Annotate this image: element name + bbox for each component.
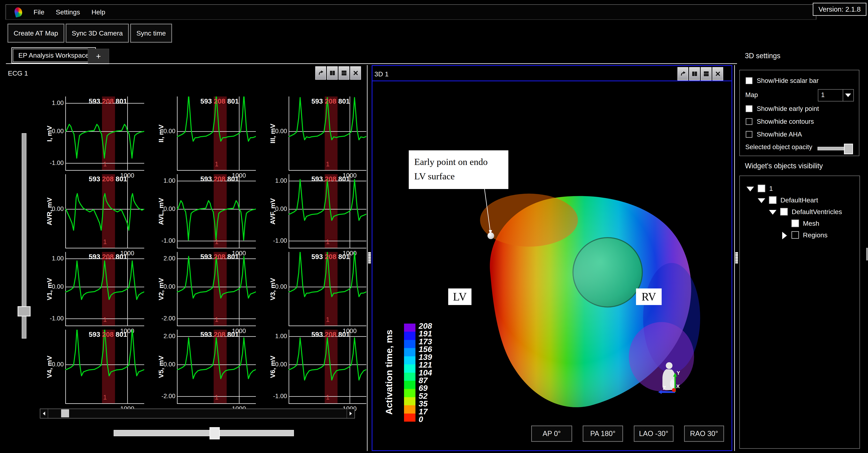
- axis-x-label: X: [676, 383, 680, 389]
- ecg-close-button[interactable]: [350, 66, 361, 80]
- close-icon: [352, 70, 359, 76]
- opacity-label: Selected object opacity: [745, 143, 812, 151]
- chevron-down-icon: [845, 93, 851, 97]
- y-tick-label: 0.00: [269, 128, 287, 135]
- ecg-time-slider-track[interactable]: [114, 430, 294, 436]
- ecg-scrollbar-thumb[interactable]: [61, 410, 69, 417]
- cursor-end: 801: [338, 175, 350, 183]
- checkbox-label: Show/hide early point: [757, 105, 819, 113]
- y-tick-label: 0.00: [269, 283, 287, 290]
- menu-item-help[interactable]: Help: [92, 8, 105, 16]
- tree-checkbox-regions[interactable]: [792, 231, 799, 239]
- cursor-values: 593 208 801: [89, 97, 127, 105]
- viewer3d-title: 3D 1: [374, 70, 389, 78]
- panel-splitter-grip[interactable]: [368, 252, 371, 264]
- view-button-ap0[interactable]: AP 0°: [531, 426, 572, 442]
- view-button-pa180[interactable]: PA 180°: [583, 426, 623, 442]
- viewer3d-split-columns-button[interactable]: [689, 67, 700, 81]
- scroll-right-button[interactable]: [347, 409, 354, 418]
- y-tick-label: -2.00: [158, 393, 175, 400]
- ecg-trace: [177, 330, 256, 404]
- beat-marker: 1: [103, 160, 107, 168]
- checkbox-show-hide-aha[interactable]: [746, 131, 752, 138]
- beat-marker: 1: [103, 238, 107, 246]
- map-dropdown[interactable]: 1: [818, 89, 854, 101]
- add-tab-button[interactable]: +: [88, 49, 109, 64]
- y-tick-label: 0.00: [158, 283, 175, 290]
- view-button-rao30[interactable]: RAO 30°: [684, 426, 724, 442]
- early-point-marker[interactable]: [488, 233, 494, 239]
- cursor-width: 208: [214, 175, 225, 183]
- viewer3d-titlebar[interactable]: 3D 1: [372, 66, 732, 81]
- checkbox-show-hide-contours[interactable]: [746, 118, 752, 125]
- tree-item-defaultheart[interactable]: DefaultHeart: [780, 196, 818, 204]
- tree-checkbox-1[interactable]: [758, 185, 765, 192]
- scroll-left-button[interactable]: [40, 409, 48, 418]
- sync-time-button[interactable]: Sync time: [130, 24, 172, 42]
- sidebar-scrollbar-grip[interactable]: [866, 248, 868, 261]
- viewer3d-popout-button[interactable]: [677, 67, 688, 81]
- cursor-end: 801: [116, 253, 127, 261]
- cursor-values: 593 208 801: [311, 330, 350, 338]
- ecg-split-columns-button[interactable]: [327, 66, 338, 80]
- axis-z-label: Z: [663, 385, 666, 391]
- cursor-values: 593 208 801: [200, 97, 239, 105]
- ecg-plot-i: 593 208 801I, mV1.000.00-1.0010001: [65, 96, 144, 171]
- cursor-width: 208: [325, 97, 336, 105]
- beat-marker: 1: [215, 394, 218, 401]
- y-tick-label: -1.00: [46, 315, 64, 322]
- ecg-horizontal-scrollbar[interactable]: [40, 409, 355, 419]
- tree-item-regions[interactable]: Regions: [803, 231, 828, 239]
- menu-item-file[interactable]: File: [34, 8, 44, 16]
- tree-item-1[interactable]: 1: [769, 185, 773, 192]
- sidebar-splitter-grip[interactable]: [735, 252, 738, 264]
- tree-checkbox-mesh[interactable]: [792, 220, 799, 227]
- checkbox-show-hide-early-point[interactable]: [746, 105, 752, 112]
- tab-ep-analysis-workspace[interactable]: EP Analysis Workspace: [11, 47, 96, 63]
- expander-open-icon[interactable]: [769, 210, 776, 215]
- map-label: Map: [745, 91, 758, 99]
- y-tick-label: 0.00: [158, 205, 175, 212]
- objects-tree: 1DefaultHeartDefaultVentriclesMeshRegion…: [739, 176, 860, 449]
- tree-item-mesh[interactable]: Mesh: [803, 220, 819, 227]
- tree-checkbox-defaultheart[interactable]: [769, 196, 776, 204]
- ecg-split-rows-button[interactable]: [339, 66, 349, 80]
- ecg-plot-v4: 593 208 801V4, mV0.0010001: [65, 330, 144, 404]
- view-button-lao30[interactable]: LAO -30°: [634, 426, 674, 442]
- expander-open-icon[interactable]: [758, 198, 765, 203]
- viewer3d-close-button[interactable]: [712, 67, 723, 81]
- tab-label: EP Analysis Workspace: [13, 49, 94, 62]
- beat-marker: 1: [215, 160, 218, 168]
- ecg-popout-button[interactable]: [315, 66, 326, 80]
- split-rows-icon: [703, 71, 709, 77]
- viewer3d-canvas[interactable]: Early point on endo LV surface LV RV Act…: [372, 81, 732, 450]
- tree-checkbox-defaultventricles[interactable]: [780, 208, 788, 215]
- viewer3d-split-rows-button[interactable]: [701, 67, 712, 81]
- settings-groupbox: Show/Hide scalar barShow/hide early poin…: [739, 70, 859, 156]
- expander-closed-icon[interactable]: [782, 232, 787, 239]
- expander-open-icon[interactable]: [746, 187, 754, 191]
- sidebar-splitter[interactable]: [734, 65, 735, 451]
- settings-sidebar: 3D settings Show/Hide scalar barShow/hid…: [738, 0, 868, 453]
- visibility-title: Widget's objects visibility: [745, 162, 823, 170]
- cursor-end: 801: [116, 175, 127, 183]
- checkbox-show-hide-scalar-bar[interactable]: [746, 77, 752, 84]
- dropdown-separator: [843, 90, 843, 101]
- scroll-right-arrow-icon: [349, 412, 352, 416]
- ecg-vertical-slider-handle[interactable]: [18, 306, 31, 316]
- cursor-start: 593: [89, 97, 100, 105]
- cursor-values: 593 208 801: [200, 253, 239, 261]
- menu-item-settings[interactable]: Settings: [56, 8, 80, 16]
- ecg-time-slider-handle[interactable]: [210, 427, 220, 440]
- opacity-slider-handle[interactable]: [844, 144, 853, 154]
- sync-3d-camera-button[interactable]: Sync 3D Camera: [66, 24, 129, 42]
- tree-item-defaultventricles[interactable]: DefaultVentricles: [792, 208, 842, 216]
- beat-marker: 1: [326, 238, 330, 246]
- ecg-panel-header[interactable]: ECG 1: [6, 65, 367, 81]
- create-at-map-button[interactable]: Create AT Map: [7, 24, 64, 42]
- beat-marker: 1: [326, 394, 330, 401]
- cursor-end: 801: [338, 330, 350, 338]
- panel-splitter[interactable]: [367, 65, 368, 451]
- split-columns-icon: [691, 71, 698, 77]
- checkbox-label: Show/Hide scalar bar: [757, 77, 819, 85]
